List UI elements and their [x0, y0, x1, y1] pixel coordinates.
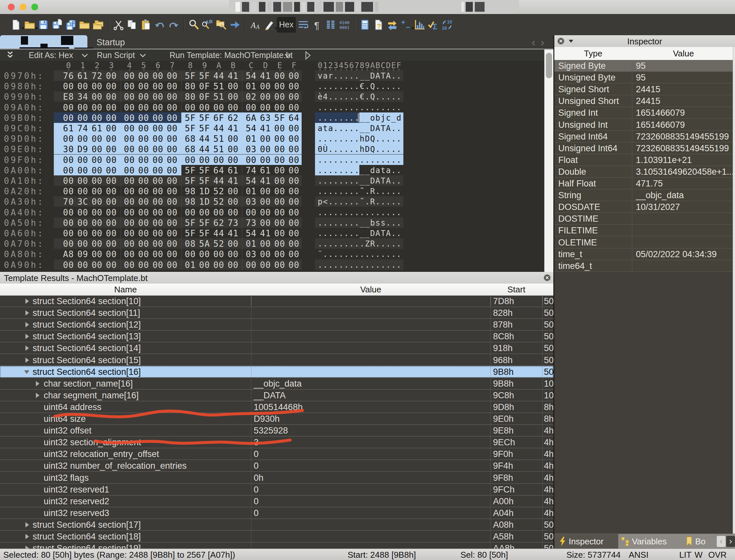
hex-byte[interactable]: 00: [165, 144, 179, 154]
hex-byte[interactable]: 54: [244, 228, 258, 238]
hex-byte[interactable]: 00: [287, 208, 301, 217]
ascii-char[interactable]: .: [364, 208, 370, 217]
hex-byte[interactable]: 00: [104, 186, 118, 196]
hex-row[interactable]: 0A80h:A8090000000000000000000003000000¨.…: [0, 249, 553, 259]
hex-byte[interactable]: 00: [287, 239, 301, 249]
hex-byte[interactable]: 00: [273, 71, 287, 81]
hex-byte[interactable]: 74: [244, 166, 258, 175]
goto-button[interactable]: [229, 17, 241, 33]
ascii-char[interactable]: .: [386, 197, 391, 206]
ascii-char[interactable]: .: [364, 250, 370, 259]
ascii-char[interactable]: .: [354, 92, 360, 101]
hex-byte[interactable]: 51: [212, 144, 226, 154]
ascii-char[interactable]: R: [370, 239, 375, 248]
ascii-char[interactable]: .: [380, 197, 386, 206]
hex-byte[interactable]: 02: [244, 92, 258, 102]
hex-byte[interactable]: 00: [287, 81, 301, 91]
hex-byte[interactable]: 00: [104, 81, 118, 91]
hex-byte[interactable]: 00: [104, 144, 118, 154]
expand-arrow-icon[interactable]: [36, 393, 39, 398]
ascii-char[interactable]: .: [317, 113, 323, 123]
ascii-char[interactable]: .: [354, 103, 360, 112]
hex-byte[interactable]: 00: [212, 155, 226, 165]
highlight-button[interactable]: [263, 17, 275, 33]
hex-byte[interactable]: 00: [151, 249, 165, 259]
hex-byte[interactable]: 98: [183, 186, 197, 196]
ascii-char[interactable]: .: [328, 145, 333, 154]
ascii-char[interactable]: .: [396, 166, 402, 175]
hex-byte[interactable]: 00: [287, 92, 301, 102]
ascii-char[interactable]: .: [338, 92, 344, 101]
column-mode-button[interactable]: [324, 17, 337, 33]
hex-byte[interactable]: 1D: [198, 197, 211, 207]
ascii-char[interactable]: .: [364, 103, 370, 112]
hex-byte[interactable]: 00: [165, 260, 179, 270]
hex-byte[interactable]: 00: [104, 134, 118, 144]
ascii-char[interactable]: .: [333, 260, 338, 270]
hex-byte[interactable]: 00: [287, 260, 301, 270]
template-row[interactable]: uint64 sizeD930h9E0h8h: [0, 413, 553, 425]
ascii-char[interactable]: .: [380, 208, 386, 217]
ascii-char[interactable]: .: [354, 155, 360, 165]
hex-byte[interactable]: 00: [90, 218, 104, 228]
hex-byte[interactable]: 00: [226, 249, 240, 259]
ascii-char[interactable]: D: [370, 124, 375, 133]
ascii-char[interactable]: .: [375, 197, 381, 206]
hex-toggle-button[interactable]: Hex: [277, 17, 296, 33]
hex-byte[interactable]: 00: [123, 155, 136, 165]
inspector-row[interactable]: Half Float471.75: [554, 178, 735, 189]
redo-button[interactable]: [167, 17, 180, 33]
ascii-char[interactable]: .: [386, 218, 391, 228]
ascii-char[interactable]: è: [317, 92, 323, 101]
ascii-char[interactable]: .: [328, 229, 333, 238]
hex-byte[interactable]: 64: [287, 113, 301, 123]
hex-byte[interactable]: 00: [212, 260, 226, 270]
hex-byte[interactable]: 00: [104, 228, 118, 238]
ascii-char[interactable]: Q: [370, 92, 375, 101]
save-as-button[interactable]: [51, 17, 63, 33]
ascii-char[interactable]: .: [386, 145, 391, 154]
ascii-char[interactable]: .: [338, 229, 344, 238]
hex-byte[interactable]: 00: [90, 155, 104, 165]
hex-byte[interactable]: 00: [62, 176, 75, 186]
ascii-char[interactable]: .: [333, 208, 338, 217]
hex-byte[interactable]: 34: [76, 92, 90, 102]
hex-byte[interactable]: 00: [62, 103, 75, 112]
hex-row[interactable]: 0A20h:0000000000000000981D520001000000..…: [0, 186, 553, 196]
hex-byte[interactable]: 00: [287, 176, 301, 186]
ascii-char[interactable]: .: [349, 155, 354, 165]
ascii-char[interactable]: .: [364, 187, 370, 196]
inspector-row[interactable]: Unsigned Int1651466079: [554, 119, 735, 131]
close-file-button[interactable]: [78, 17, 91, 33]
ascii-char[interactable]: .: [364, 155, 370, 165]
hex-row[interactable]: 09C0h:61746100000000005F5F444154410000at…: [0, 123, 553, 133]
ascii-char[interactable]: T: [380, 124, 386, 133]
ascii-char[interactable]: 4: [322, 92, 328, 101]
ascii-char[interactable]: .: [338, 239, 344, 248]
hex-byte[interactable]: 00: [104, 197, 118, 207]
template-row[interactable]: char segment_name[16]__DATA9C8h10: [0, 390, 553, 401]
ascii-char[interactable]: .: [349, 71, 354, 81]
ascii-char[interactable]: .: [391, 176, 396, 185]
ascii-char[interactable]: b: [375, 113, 381, 123]
ascii-char[interactable]: p: [317, 197, 323, 206]
minimize-window-button[interactable]: [20, 4, 26, 10]
hex-byte[interactable]: 00: [62, 155, 75, 165]
ascii-char[interactable]: .: [364, 260, 370, 270]
ascii-char[interactable]: .: [380, 239, 386, 248]
checksum-button[interactable]: Σ: [427, 17, 440, 33]
ascii-char[interactable]: _: [391, 113, 396, 123]
expand-arrow-icon[interactable]: [36, 381, 39, 386]
hex-byte[interactable]: 00: [62, 228, 75, 238]
ascii-char[interactable]: .: [328, 134, 333, 143]
ascii-char[interactable]: .: [396, 176, 402, 185]
ascii-char[interactable]: .: [391, 187, 396, 196]
hex-byte[interactable]: 00: [104, 155, 118, 165]
hex-byte[interactable]: 00: [258, 249, 272, 259]
ascii-char[interactable]: .: [344, 218, 349, 228]
close-template-results-icon[interactable]: [543, 274, 551, 282]
ascii-char[interactable]: .: [322, 187, 328, 196]
ascii-char[interactable]: .: [396, 82, 402, 91]
expand-arrow-icon[interactable]: [25, 299, 29, 304]
ascii-char[interactable]: .: [349, 250, 354, 259]
